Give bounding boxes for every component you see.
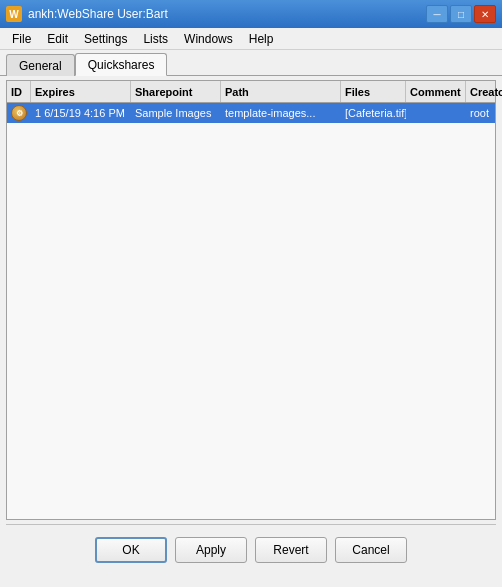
cell-expires: 1 6/15/19 4:16 PM	[31, 106, 131, 120]
menu-edit[interactable]: Edit	[39, 30, 76, 48]
col-files[interactable]: Files	[341, 81, 406, 102]
window-title: ankh:WebShare User:Bart	[28, 7, 168, 21]
row-icon: ⚙	[11, 105, 27, 121]
menu-bar: File Edit Settings Lists Windows Help	[0, 28, 502, 50]
col-path[interactable]: Path	[221, 81, 341, 102]
menu-help[interactable]: Help	[241, 30, 282, 48]
tab-quickshares[interactable]: Quickshares	[75, 53, 168, 76]
ok-button[interactable]: OK	[95, 537, 167, 563]
quickshares-table: ID Expires Sharepoint Path Files Comment…	[6, 80, 496, 520]
app-icon: W	[6, 6, 22, 22]
title-bar: W ankh:WebShare User:Bart ─ □ ✕	[0, 0, 502, 28]
button-bar: OK Apply Revert Cancel	[0, 525, 502, 575]
minimize-button[interactable]: ─	[426, 5, 448, 23]
revert-button[interactable]: Revert	[255, 537, 327, 563]
col-creator[interactable]: Creator	[466, 81, 502, 102]
cell-comment	[406, 112, 466, 114]
table-row[interactable]: ⚙ 1 6/15/19 4:16 PM Sample Images templa…	[7, 103, 495, 123]
menu-windows[interactable]: Windows	[176, 30, 241, 48]
close-button[interactable]: ✕	[474, 5, 496, 23]
col-sharepoint[interactable]: Sharepoint	[131, 81, 221, 102]
col-comment[interactable]: Comment	[406, 81, 466, 102]
cancel-button[interactable]: Cancel	[335, 537, 407, 563]
col-expires[interactable]: Expires	[31, 81, 131, 102]
restore-button[interactable]: □	[450, 5, 472, 23]
title-controls: ─ □ ✕	[426, 5, 496, 23]
cell-creator: root	[466, 106, 495, 120]
tab-bar: General Quickshares	[0, 50, 502, 76]
cell-sharepoint: Sample Images	[131, 106, 221, 120]
tab-general[interactable]: General	[6, 54, 75, 76]
menu-settings[interactable]: Settings	[76, 30, 135, 48]
table-body[interactable]: ⚙ 1 6/15/19 4:16 PM Sample Images templa…	[7, 103, 495, 519]
cell-path: template-images...	[221, 106, 341, 120]
col-id: ID	[7, 81, 31, 102]
title-bar-left: W ankh:WebShare User:Bart	[6, 6, 168, 22]
table-header: ID Expires Sharepoint Path Files Comment…	[7, 81, 495, 103]
cell-files: [Cafeteria.tif]	[341, 106, 406, 120]
row-icon-cell: ⚙	[7, 104, 31, 122]
menu-lists[interactable]: Lists	[135, 30, 176, 48]
menu-file[interactable]: File	[4, 30, 39, 48]
apply-button[interactable]: Apply	[175, 537, 247, 563]
